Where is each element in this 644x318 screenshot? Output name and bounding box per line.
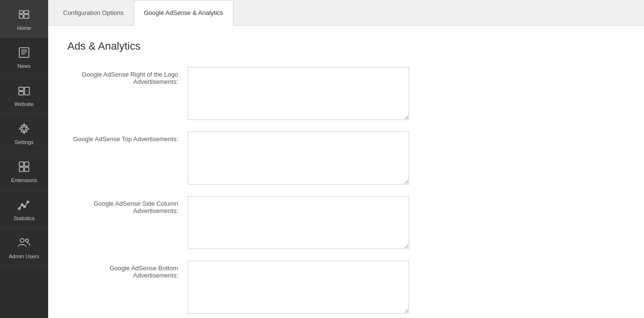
label-adsense-top: Google AdSense Top Advertisements:: [67, 132, 188, 143]
statistics-icon: [16, 197, 32, 212]
settings-icon: [16, 121, 32, 136]
form-row-adsense-side-column: Google AdSense Side Column Advertisement…: [67, 196, 625, 249]
main-area: Configuration Options Google AdSense & A…: [48, 0, 644, 318]
svg-rect-12: [19, 162, 24, 166]
sidebar-item-settings[interactable]: Settings: [0, 114, 48, 152]
sidebar: Home News Website: [0, 0, 48, 318]
sidebar-item-news-label: News: [17, 63, 31, 69]
tab-config-options[interactable]: Configuration Options: [53, 0, 134, 26]
news-icon: [16, 45, 32, 60]
textarea-adsense-top[interactable]: [188, 132, 409, 185]
sidebar-item-admin-users-label: Admin Users: [9, 253, 39, 259]
sidebar-item-statistics-label: Statistics: [13, 215, 35, 221]
sidebar-item-statistics[interactable]: Statistics: [0, 190, 48, 228]
svg-rect-9: [19, 92, 24, 95]
tab-bar: Configuration Options Google AdSense & A…: [48, 0, 644, 26]
textarea-adsense-side-column[interactable]: [188, 196, 409, 249]
form-row-adsense-bottom: Google AdSense Bottom Advertisements:: [67, 261, 625, 314]
svg-rect-13: [25, 162, 29, 166]
svg-rect-15: [25, 167, 29, 172]
website-icon: [16, 83, 32, 98]
sidebar-item-home-label: Home: [17, 25, 31, 31]
sidebar-item-news[interactable]: News: [0, 38, 48, 76]
extensions-icon: [16, 159, 32, 174]
label-adsense-bottom: Google AdSense Bottom Advertisements:: [67, 261, 188, 279]
sidebar-item-settings-label: Settings: [14, 139, 34, 145]
svg-rect-2: [19, 14, 23, 18]
svg-rect-1: [24, 11, 29, 13]
svg-rect-4: [19, 48, 29, 57]
svg-rect-3: [24, 14, 29, 18]
tab-adsense-analytics[interactable]: Google AdSense & Analytics: [134, 0, 233, 26]
svg-rect-10: [25, 87, 29, 95]
textarea-adsense-right-logo[interactable]: [188, 67, 409, 120]
sidebar-item-extensions-label: Extensions: [11, 177, 37, 183]
svg-point-20: [20, 238, 24, 242]
form-row-adsense-top: Google AdSense Top Advertisements:: [67, 132, 625, 185]
label-adsense-right-logo: Google AdSense Right of the Logo Adverti…: [67, 67, 188, 85]
svg-rect-8: [19, 87, 24, 91]
home-icon: [16, 7, 32, 22]
content-area: Ads & Analytics Google AdSense Right of …: [48, 26, 644, 318]
admin-users-icon: [16, 235, 32, 251]
sidebar-item-website-label: Website: [14, 101, 34, 107]
svg-rect-0: [19, 11, 23, 13]
page-title: Ads & Analytics: [67, 40, 625, 53]
sidebar-item-website[interactable]: Website: [0, 76, 48, 114]
form-row-adsense-right-logo: Google AdSense Right of the Logo Adverti…: [67, 67, 625, 120]
sidebar-item-home[interactable]: Home: [0, 0, 48, 38]
sidebar-item-admin-users[interactable]: Admin Users: [0, 228, 48, 266]
svg-rect-14: [19, 167, 24, 172]
textarea-adsense-bottom[interactable]: [188, 261, 409, 314]
sidebar-item-extensions[interactable]: Extensions: [0, 152, 48, 190]
svg-point-11: [22, 127, 26, 131]
label-adsense-side-column: Google AdSense Side Column Advertisement…: [67, 196, 188, 214]
svg-point-21: [26, 239, 28, 242]
